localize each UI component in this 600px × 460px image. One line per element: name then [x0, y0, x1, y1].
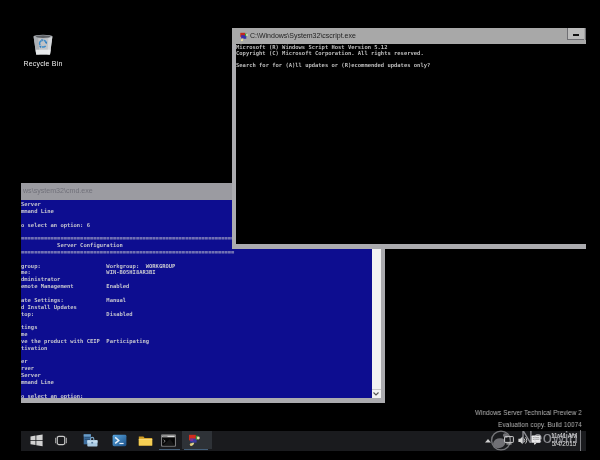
cmd-title: ws\system32\cmd.exe [23, 183, 93, 200]
maximize-button-edge [585, 28, 586, 40]
server-manager-icon [82, 431, 98, 450]
windows-logo-icon [30, 431, 43, 450]
file-explorer-button[interactable] [138, 431, 153, 449]
start-button[interactable] [30, 431, 43, 449]
cscript-titlebar[interactable]: C:\Windows\System32\cscript.exe [232, 28, 586, 44]
neowin-wordmark: Neowin [521, 429, 578, 446]
task-view-icon [54, 431, 68, 450]
task-view-button[interactable] [54, 431, 68, 449]
cmd-open-indicator [159, 449, 180, 450]
cscript-console-text: Microsoft (R) Windows Script Host Versio… [236, 44, 430, 68]
powershell-button[interactable] [112, 431, 127, 449]
cscript-title: C:\Windows\System32\cscript.exe [250, 28, 356, 45]
folder-icon [138, 431, 153, 450]
recycle-bin-label: Recycle Bin [21, 60, 65, 67]
cmd-console-text: Server mmand Line o select an option: 6 … [21, 201, 234, 399]
watermark-line1: Windows Server Technical Preview 2 [475, 407, 582, 419]
cscript-open-indicator [184, 449, 209, 450]
powershell-icon [112, 431, 127, 450]
neowin-i-stem [580, 430, 581, 451]
neowin-watermark: Neowin [488, 426, 600, 456]
cmd-icon [161, 431, 176, 450]
cscript-taskbar-button[interactable] [188, 431, 202, 449]
cscript-window[interactable]: C:\Windows\System32\cscript.exe Microsof… [232, 28, 586, 249]
desktop: Recycle Bin ws\system32\cmd.exe Server m… [21, 26, 586, 451]
cmd-taskbar-button[interactable] [161, 431, 176, 449]
chevron-down-icon [373, 392, 379, 396]
recycle-bin-icon [31, 32, 55, 55]
cscript-icon [240, 32, 248, 42]
server-manager-button[interactable] [82, 431, 98, 449]
minimize-icon [573, 34, 580, 36]
neowin-logo-icon [488, 426, 518, 456]
scroll-down-button[interactable] [372, 389, 381, 398]
cscript-taskbar-icon [188, 431, 202, 450]
recycle-bin[interactable]: Recycle Bin [21, 32, 65, 67]
minimize-button[interactable] [567, 28, 584, 40]
cscript-console[interactable]: Microsoft (R) Windows Script Host Versio… [236, 44, 586, 245]
